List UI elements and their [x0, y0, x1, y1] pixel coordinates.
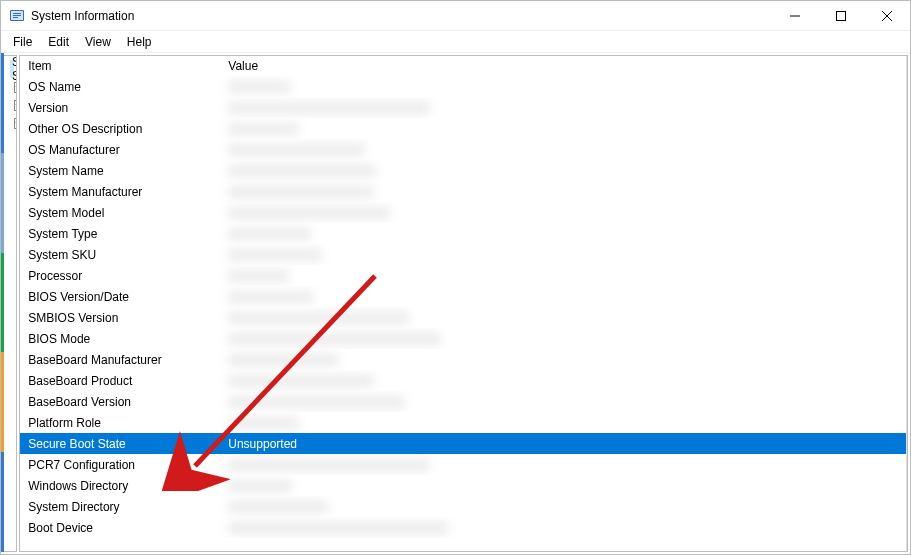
row-item: System SKU — [20, 244, 220, 265]
table-row[interactable]: SMBIOS Version — [20, 307, 906, 328]
expand-icon[interactable]: + — [14, 100, 17, 111]
row-value — [220, 370, 906, 391]
table-row[interactable]: BIOS Mode — [20, 328, 906, 349]
app-icon — [9, 8, 25, 24]
menu-view[interactable]: View — [77, 33, 119, 51]
table-row[interactable]: BaseBoard Version — [20, 391, 906, 412]
row-value — [220, 307, 906, 328]
table-row[interactable]: Windows Directory — [20, 475, 906, 496]
row-item: OS Name — [20, 76, 220, 97]
maximize-button[interactable] — [818, 1, 864, 31]
row-item: Secure Boot State — [20, 433, 220, 454]
window-title: System Information — [31, 9, 134, 23]
row-value — [220, 475, 906, 496]
row-item: SMBIOS Version — [20, 307, 220, 328]
table-row[interactable]: BaseBoard Product — [20, 370, 906, 391]
tree-item-components[interactable]: + Components — [10, 96, 14, 114]
row-value — [220, 97, 906, 118]
row-item: Processor — [20, 265, 220, 286]
table-row[interactable]: Version — [20, 97, 906, 118]
row-value — [220, 496, 906, 517]
row-item: System Directory — [20, 496, 220, 517]
row-item: Windows Directory — [20, 475, 220, 496]
row-item: BaseBoard Manufacturer — [20, 349, 220, 370]
table-row[interactable]: System Model — [20, 202, 906, 223]
table-row[interactable]: Processor — [20, 265, 906, 286]
tree-item-system-summary[interactable]: System Summary — [10, 60, 14, 78]
row-item: BIOS Mode — [20, 328, 220, 349]
table-row[interactable]: System Type — [20, 223, 906, 244]
menubar: File Edit View Help — [1, 31, 910, 53]
table-row[interactable]: BIOS Version/Date — [20, 286, 906, 307]
row-value — [220, 76, 906, 97]
svg-rect-3 — [13, 15, 21, 16]
column-header-value[interactable]: Value — [220, 56, 906, 76]
row-item: System Type — [20, 223, 220, 244]
tree-item-software-environment[interactable]: + Software Environment — [10, 114, 14, 132]
row-value — [220, 202, 906, 223]
vertical-scrollbar[interactable] — [906, 56, 907, 551]
row-value: Unsupported — [220, 433, 906, 454]
tree-item-label: System Summary — [12, 55, 17, 83]
row-item: OS Manufacturer — [20, 139, 220, 160]
table-row[interactable]: OS Manufacturer — [20, 139, 906, 160]
details-list[interactable]: Item Value OS Name Version Other OS Desc… — [19, 55, 908, 552]
row-item: Platform Role — [20, 412, 220, 433]
table-row[interactable]: PCR7 Configuration — [20, 454, 906, 475]
table-row[interactable]: System Name — [20, 160, 906, 181]
row-value — [220, 349, 906, 370]
row-item: BIOS Version/Date — [20, 286, 220, 307]
svg-rect-2 — [13, 13, 21, 14]
row-value — [220, 454, 906, 475]
row-item: BaseBoard Product — [20, 370, 220, 391]
menu-edit[interactable]: Edit — [40, 33, 77, 51]
row-item: BaseBoard Version — [20, 391, 220, 412]
row-value — [220, 244, 906, 265]
table-row[interactable]: BaseBoard Manufacturer — [20, 349, 906, 370]
row-item: Other OS Description — [20, 118, 220, 139]
row-value — [220, 160, 906, 181]
column-header-item[interactable]: Item — [20, 56, 220, 76]
minimize-button[interactable] — [772, 1, 818, 31]
row-value — [220, 286, 906, 307]
details-table: Item Value OS Name Version Other OS Desc… — [20, 56, 906, 538]
table-row[interactable]: System Manufacturer — [20, 181, 906, 202]
row-value — [220, 223, 906, 244]
table-row[interactable]: Secure Boot StateUnsupported — [20, 433, 906, 454]
table-row[interactable]: Other OS Description — [20, 118, 906, 139]
row-value — [220, 181, 906, 202]
window-edge-artifact — [1, 53, 4, 552]
svg-rect-5 — [837, 11, 846, 20]
category-tree[interactable]: System Summary + Hardware Resources + Co… — [3, 55, 17, 552]
expand-icon[interactable]: + — [14, 118, 17, 129]
row-value — [220, 391, 906, 412]
row-item: System Manufacturer — [20, 181, 220, 202]
row-value — [220, 328, 906, 349]
table-row[interactable]: System Directory — [20, 496, 906, 517]
row-item: System Name — [20, 160, 220, 181]
system-information-window: System Information File Edit View Help S… — [0, 0, 911, 555]
row-value — [220, 412, 906, 433]
menu-help[interactable]: Help — [119, 33, 160, 51]
row-item: System Model — [20, 202, 220, 223]
table-row[interactable]: Boot Device — [20, 517, 906, 538]
titlebar: System Information — [1, 1, 910, 31]
row-item: Version — [20, 97, 220, 118]
row-item: PCR7 Configuration — [20, 454, 220, 475]
row-value — [220, 118, 906, 139]
row-item: Boot Device — [20, 517, 220, 538]
row-value — [220, 265, 906, 286]
row-value — [220, 517, 906, 538]
table-row[interactable]: Platform Role — [20, 412, 906, 433]
expand-icon[interactable]: + — [14, 82, 17, 93]
row-value — [220, 139, 906, 160]
menu-file[interactable]: File — [5, 33, 40, 51]
content-area: System Summary + Hardware Resources + Co… — [1, 53, 910, 554]
table-row[interactable]: System SKU — [20, 244, 906, 265]
close-button[interactable] — [864, 1, 910, 31]
table-row[interactable]: OS Name — [20, 76, 906, 97]
svg-rect-4 — [13, 17, 18, 18]
